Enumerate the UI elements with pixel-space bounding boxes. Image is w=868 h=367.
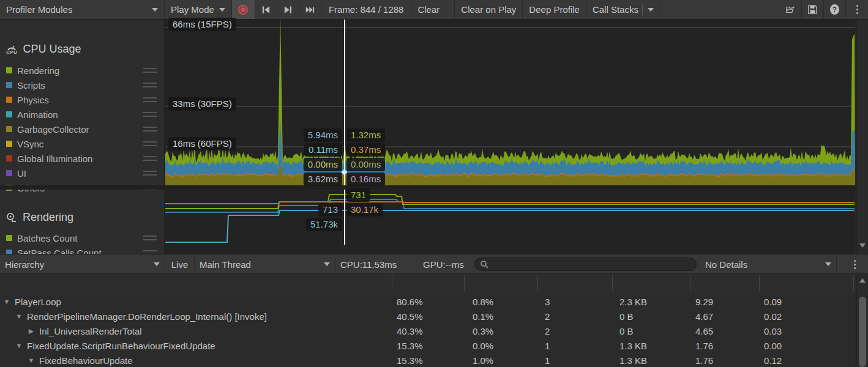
clear-button[interactable]: Clear <box>411 0 446 19</box>
rendering-swatch <box>6 67 12 73</box>
legend-item-scripts[interactable]: Scripts <box>6 78 159 92</box>
scrollbar-thumb[interactable] <box>859 297 866 367</box>
column-divider[interactable] <box>612 275 613 291</box>
drag-handle-icon[interactable] <box>143 141 157 146</box>
column-divider[interactable] <box>392 275 392 291</box>
hierarchy-mode-dropdown[interactable]: Hierarchy <box>0 254 165 274</box>
table-row[interactable]: ▼ FixedBehaviourUpdate 15.3% 1.0% 1 1.3 … <box>0 354 855 367</box>
details-dropdown[interactable]: No Details <box>700 254 837 274</box>
next-frame-button[interactable] <box>277 0 299 19</box>
table-row[interactable]: ▼ PlayerLoop 80.6% 0.8% 3 2.3 KB 9.29 0.… <box>0 295 855 310</box>
rendering-chart[interactable] <box>165 190 855 254</box>
legend-item-batches-count[interactable]: Batches Count <box>6 231 159 245</box>
expand-triangle-icon[interactable]: ▼ <box>2 298 11 305</box>
call-stacks-dropdown[interactable]: Call Stacks <box>586 0 660 19</box>
table-row[interactable]: ▶ Inl_UniversalRenderTotal 40.3% 0.3% 2 … <box>0 325 855 339</box>
toolbar-menu-button[interactable] <box>846 0 868 19</box>
tooltip-animation-ms: 0.11ms <box>304 143 342 157</box>
profiler-modules-label: Profiler Modules <box>6 4 72 15</box>
ui-swatch <box>6 170 12 176</box>
module-separator <box>0 185 857 190</box>
hierarchy-table-header: Overview Total Self Calls GC Alloc Time … <box>0 273 868 295</box>
cpu-usage-area-chart <box>165 20 855 185</box>
drag-handle-icon[interactable] <box>143 235 157 240</box>
legend-item-rendering[interactable]: Rendering <box>6 63 159 78</box>
skip-forward-icon <box>305 6 315 14</box>
scroll-up-icon[interactable] <box>859 278 866 283</box>
column-divider[interactable] <box>537 275 538 291</box>
drag-handle-icon[interactable] <box>143 97 157 102</box>
first-frame-button[interactable] <box>255 0 277 19</box>
table-row[interactable]: ▼ RenderPipelineManager.DoRenderLoop_Int… <box>0 310 855 325</box>
selected-frame-line[interactable] <box>344 190 345 245</box>
chevron-down-icon <box>152 8 158 12</box>
record-button[interactable] <box>232 0 255 19</box>
tooltip-vsync-ms: 0.00ms <box>304 158 342 171</box>
open-folder-icon <box>786 5 795 15</box>
scroll-down-icon[interactable] <box>859 243 866 248</box>
load-profile-button[interactable] <box>780 0 802 19</box>
rendering-module-header[interactable]: Rendering <box>6 211 73 224</box>
selected-frame-line[interactable] <box>344 20 345 185</box>
drag-handle-icon[interactable] <box>143 83 157 87</box>
table-scrollbar[interactable] <box>856 273 868 367</box>
record-icon <box>238 5 248 15</box>
column-divider[interactable] <box>759 275 760 291</box>
tooltip-rendering-ms: 1.32ms <box>346 128 385 142</box>
expand-triangle-icon[interactable]: ▼ <box>27 357 36 364</box>
column-divider[interactable] <box>690 275 691 291</box>
thread-label: Main Thread <box>200 259 319 270</box>
search-input[interactable] <box>474 258 697 271</box>
hierarchy-toolbar: Hierarchy Live Main Thread CPU:11.53ms G… <box>0 254 868 273</box>
charts-scrollbar[interactable] <box>856 20 868 254</box>
legend-item-vsync[interactable]: VSync <box>6 136 159 151</box>
expand-triangle-icon[interactable]: ▼ <box>15 313 23 320</box>
deep-profile-button[interactable]: Deep Profile <box>523 0 586 19</box>
animation-swatch <box>6 111 12 117</box>
label-triangles-value: 30.17k <box>346 203 383 217</box>
clear-label: Clear <box>417 4 440 15</box>
hierarchy-menu-button[interactable] <box>842 254 868 274</box>
grid-label-66ms: 66ms (15FPS) <box>168 18 236 31</box>
help-button[interactable]: ? <box>824 0 846 19</box>
toolbar-gap <box>446 0 455 19</box>
save-icon <box>808 4 817 15</box>
legend-item-global-illumination[interactable]: Global Illumination <box>6 151 159 166</box>
garbagecollector-swatch <box>6 126 12 132</box>
frame-counter: Frame: 844 / 1288 <box>321 0 412 19</box>
save-profile-button[interactable] <box>802 0 824 19</box>
profiler-modules-dropdown[interactable]: Profiler Modules <box>0 0 165 19</box>
cpu-time-readout: CPU:11.53ms <box>335 254 402 274</box>
legend-item-ui[interactable]: UI <box>6 166 159 180</box>
thread-dropdown[interactable]: Main Thread <box>195 254 335 274</box>
drag-handle-icon[interactable] <box>143 156 157 161</box>
drag-handle-icon[interactable] <box>143 171 157 176</box>
play-mode-label: Play Mode <box>171 4 214 15</box>
toolbar-spacer <box>660 0 780 19</box>
drag-handle-icon[interactable] <box>143 127 157 132</box>
kebab-menu-icon <box>854 260 856 269</box>
drag-handle-icon[interactable] <box>143 68 157 73</box>
rendering-module-title: Rendering <box>23 211 73 224</box>
chevron-down-icon <box>648 8 654 12</box>
legend-item-physics[interactable]: Physics <box>6 92 159 107</box>
label-batches-value: 731 <box>346 188 370 202</box>
expand-triangle-icon[interactable]: ▶ <box>27 327 36 335</box>
live-toggle[interactable]: Live <box>165 254 195 274</box>
global-illumination-swatch <box>6 155 12 161</box>
cpu-usage-chart[interactable] <box>165 20 855 185</box>
legend-item-garbagecollector[interactable]: GarbageCollector <box>6 122 159 136</box>
last-frame-button[interactable] <box>299 0 321 19</box>
column-divider[interactable] <box>464 275 465 291</box>
play-mode-dropdown[interactable]: Play Mode <box>165 0 232 19</box>
table-row[interactable]: ▼ FixedUpdate.ScriptRunBehaviourFixedUpd… <box>0 339 855 354</box>
grid-label-16ms: 16ms (60FPS) <box>168 137 236 150</box>
clear-on-play-label: Clear on Play <box>461 4 516 15</box>
tooltip-others-ms: 3.62ms <box>304 172 342 186</box>
clear-on-play-button[interactable]: Clear on Play <box>455 0 523 19</box>
legend-item-animation[interactable]: Animation <box>6 107 159 122</box>
cpu-module-header[interactable]: CPU CPU Usage <box>6 43 81 56</box>
expand-triangle-icon[interactable]: ▼ <box>15 342 23 349</box>
kebab-menu-icon <box>856 5 858 14</box>
drag-handle-icon[interactable] <box>143 112 157 117</box>
